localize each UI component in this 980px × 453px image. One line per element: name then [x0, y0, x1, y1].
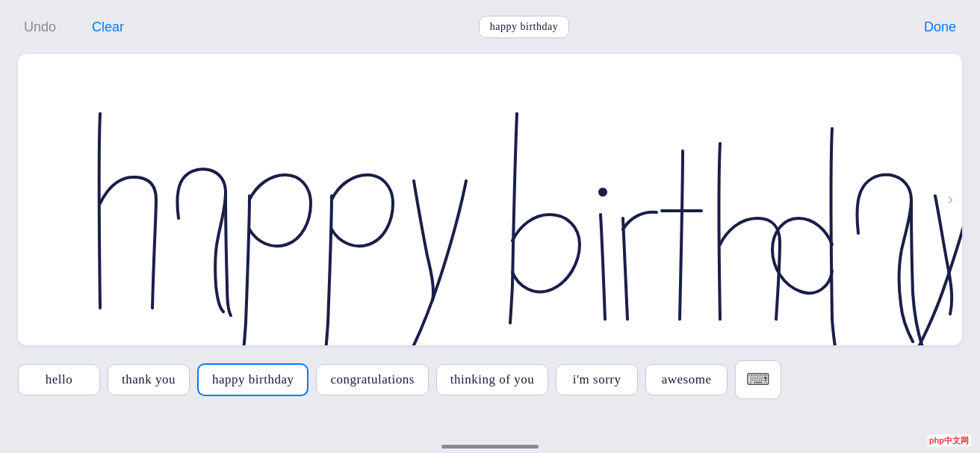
toolbar-left: Undo Clear	[18, 16, 130, 38]
home-indicator	[441, 445, 539, 449]
svg-point-0	[598, 188, 607, 197]
suggestion-congratulations[interactable]: congratulations	[316, 364, 428, 395]
suggestion-thank-you[interactable]: thank you	[108, 364, 190, 395]
drawing-canvas[interactable]: ›	[18, 54, 962, 345]
keyboard-icon: ⌨	[746, 370, 770, 389]
suggestion-strip: hellothank youhappy birthdaycongratulati…	[0, 345, 980, 405]
undo-button[interactable]: Undo	[18, 16, 62, 38]
preview-text: happy birthday	[479, 16, 569, 38]
suggestion-hello[interactable]: hello	[18, 364, 100, 395]
suggestion-im-sorry[interactable]: i'm sorry	[556, 364, 638, 395]
suggestion-happy-birthday[interactable]: happy birthday	[197, 363, 308, 396]
suggestion-awesome[interactable]: awesome	[645, 364, 728, 395]
clear-button[interactable]: Clear	[86, 16, 130, 38]
suggestion-thinking-of-you[interactable]: thinking of you	[436, 364, 548, 395]
watermark: php中文网	[927, 434, 971, 447]
done-button[interactable]: Done	[918, 16, 962, 38]
toolbar: Undo Clear happy birthday Done	[0, 0, 980, 54]
keyboard-button[interactable]: ⌨	[735, 360, 781, 399]
